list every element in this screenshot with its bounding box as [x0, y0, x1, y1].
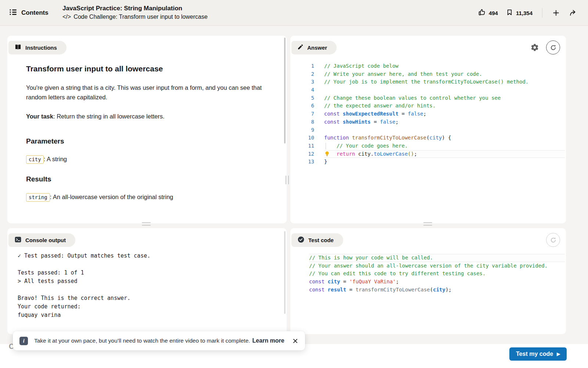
instructions-tab[interactable]: Instructions [8, 41, 67, 54]
app-root: Contents JavaScript Practice: String Man… [0, 0, 588, 368]
code-token: = [346, 287, 355, 293]
code-token: city [430, 135, 442, 141]
code-line[interactable]: 13} [290, 158, 565, 166]
code-line[interactable]: // This is how your code will be called. [290, 254, 565, 262]
line-number: 7 [290, 110, 314, 118]
test-code-editor[interactable]: // This is how your code will be called.… [290, 254, 565, 294]
bookmarks-count: 11,354 [516, 10, 533, 16]
console-panel: Console output ✓ Test passed: Output mat… [7, 228, 287, 334]
header-divider [542, 8, 542, 18]
line-number: 2 [290, 70, 314, 78]
task-text: : Return the string in all lowercase let… [53, 113, 165, 120]
contents-button[interactable]: Contents [9, 0, 49, 26]
left-row-splitter[interactable] [142, 222, 151, 226]
result-row: string: An all-lowercase version of the … [26, 194, 265, 201]
right-row-splitter[interactable] [423, 222, 432, 226]
code-token [349, 135, 352, 141]
line-number: 10 [290, 134, 314, 142]
answer-tab-label: Answer [307, 45, 327, 51]
learn-more-link[interactable]: Learn more [252, 337, 284, 344]
reset-test-code-button[interactable] [546, 233, 560, 247]
code-token: // Your code goes here. [337, 143, 408, 149]
share-button[interactable] [567, 7, 579, 19]
lesson-subtitle-text: Code Challenge: Transform user input to … [74, 13, 208, 21]
code-line-content: // Write your answer here, and then test… [324, 70, 565, 78]
code-token: = [340, 279, 349, 284]
result-description: : An all-lowercase version of the origin… [50, 194, 173, 200]
code-token: city. [355, 151, 374, 157]
code-token: ); [445, 287, 452, 293]
console-line: fuquay varina [18, 311, 279, 319]
code-token: // You can edit this code to try differe… [309, 270, 485, 276]
code-line-content: const showExpectedResult = false; [324, 110, 565, 118]
challenge-description: You're given a string that is a city. Th… [26, 83, 265, 102]
code-line-content: } [324, 158, 565, 166]
code-token [325, 279, 327, 284]
lesson-title-block: JavaScript Practice: String Manipulation… [62, 4, 208, 21]
code-line[interactable]: // Your answer should an all-lowercase v… [290, 262, 565, 270]
console-line: Bravo! This is the correct answer. [18, 294, 279, 302]
code-line[interactable]: 6// the expected answer and/or hints. [290, 102, 565, 110]
code-line[interactable]: // You can edit this code to try differe… [290, 270, 565, 278]
code-line[interactable]: 7const showExpectedResult = false; [290, 110, 565, 118]
code-line-content: // This is how your code will be called. [309, 254, 565, 262]
code-token: // the expected answer and/or hints. [324, 103, 435, 109]
code-token [325, 287, 327, 293]
code-line[interactable]: 8const showHints = false; [290, 118, 565, 126]
code-token: transformCityToLowerCase [352, 135, 426, 141]
answer-code-editor[interactable]: 1// JavaScript code below2// Write your … [290, 62, 565, 166]
code-token: const [309, 279, 325, 284]
likes-stat[interactable]: 494 [478, 8, 498, 17]
console-line: Your code returned: [18, 302, 279, 311]
answer-tab[interactable]: Answer [291, 41, 337, 54]
code-token: toLowerCase [374, 151, 408, 157]
check-circle-icon [297, 236, 305, 245]
code-token: false [380, 119, 395, 125]
test-code-tab-label: Test code [308, 237, 334, 243]
bookmark-icon [506, 9, 513, 17]
code-line[interactable]: const result = transformCityToLowerCase(… [290, 286, 565, 294]
console-tab[interactable]: Console output [8, 233, 75, 247]
parameter-description: : A string [44, 156, 67, 162]
bookmarks-stat[interactable]: 11,354 [506, 9, 533, 17]
code-line[interactable]: 10function transformCityToLowerCase(city… [290, 134, 565, 142]
code-token: = [370, 119, 380, 125]
answer-panel: Answer 1// JavaScript code below2// Writ… [290, 36, 566, 223]
code-line[interactable]: 1// JavaScript code below [290, 62, 565, 70]
task-label: Your task [26, 113, 53, 120]
code-line[interactable]: 9 [290, 126, 565, 134]
line-number: 12 [290, 150, 314, 158]
test-my-code-button[interactable]: Test my code ▶ [509, 347, 567, 361]
code-token: ; [414, 151, 417, 157]
column-splitter[interactable] [286, 176, 289, 184]
hint-lightbulb-icon[interactable] [325, 151, 330, 158]
code-line[interactable]: 3// Your job is to implement the transfo… [290, 78, 565, 86]
code-token: showExpectedResult [343, 111, 399, 117]
line-number: 11 [290, 142, 314, 150]
thumbs-up-icon [478, 8, 486, 17]
code-line[interactable]: 2// Write your answer here, and then tes… [290, 70, 565, 78]
test-code-tab[interactable]: Test code [291, 233, 343, 247]
code-token: city [433, 287, 445, 293]
console-scrollbar[interactable] [284, 231, 286, 314]
code-line-content [324, 86, 565, 94]
results-heading: Results [26, 175, 265, 183]
code-line[interactable]: 4 [290, 86, 565, 94]
code-token: = [398, 111, 408, 117]
code-line[interactable]: 5// Change these boolean values to contr… [290, 94, 565, 102]
code-line[interactable]: 11 // Your code goes here. [290, 142, 565, 150]
add-button[interactable] [550, 7, 562, 19]
parameters-heading: Parameters [26, 137, 265, 145]
instructions-scrollbar[interactable] [284, 38, 286, 144]
toast-close-icon[interactable] [293, 338, 298, 344]
code-line[interactable]: 12 return city.toLowerCase(); [290, 150, 565, 158]
task-line: Your task: Return the string in all lowe… [26, 112, 265, 121]
reset-answer-button[interactable] [546, 40, 560, 54]
settings-gear-button[interactable] [528, 41, 541, 54]
code-line-content: // You can edit this code to try differe… [309, 270, 565, 278]
code-token: city [328, 279, 340, 284]
code-line[interactable]: const city = 'fuQuaY VaRina'; [290, 278, 565, 286]
code-line-content: // Your job is to implement the transfor… [324, 78, 565, 86]
code-line-content: const result = transformCityToLowerCase(… [309, 286, 565, 294]
indent-guide [326, 143, 326, 149]
